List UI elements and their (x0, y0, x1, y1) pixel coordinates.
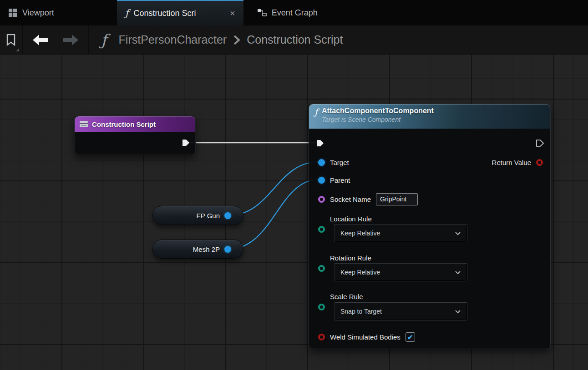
location-rule-dropdown[interactable]: Keep Relative (334, 224, 467, 242)
dropdown-value: Keep Relative (340, 269, 380, 276)
script-icon (79, 120, 88, 128)
nav-arrows (23, 34, 88, 46)
target-pin[interactable] (318, 159, 325, 166)
node-header: Construction Script (75, 116, 195, 132)
blueprint-editor-window: Viewport ƒ Construction Scri × Event Gra… (0, 0, 588, 370)
socket-name-pin[interactable] (318, 196, 325, 203)
graph-nav-bar: ƒ FirstPersonCharacter Construction Scri… (0, 25, 588, 55)
pin-label: Socket Name (330, 195, 371, 203)
tab-label: Event Graph (272, 8, 318, 18)
exec-out-pin[interactable] (182, 139, 190, 146)
rotation-rule-label: Rotation Rule (330, 252, 371, 263)
fp-gun-output-pin[interactable] (224, 212, 231, 219)
chevron-down-icon (455, 310, 461, 314)
node-title: AttachComponentToComponent (322, 107, 434, 115)
parent-pin-row: Parent (318, 174, 350, 186)
viewport-icon (8, 8, 17, 17)
node-attach-component-to-component[interactable]: ƒ AttachComponentToComponent Target is S… (309, 104, 551, 349)
location-rule-pin[interactable] (318, 226, 325, 233)
weld-checkbox[interactable]: ✔ (406, 332, 415, 342)
check-icon: ✔ (407, 334, 413, 340)
return-value-pin[interactable] (536, 159, 543, 166)
dropdown-value: Snap to Target (340, 308, 382, 315)
variable-label: Mesh 2P (193, 245, 220, 253)
function-icon: ƒ (101, 32, 107, 48)
dropdown-value: Keep Relative (340, 230, 380, 237)
wire-fpgun-to-target (228, 162, 319, 215)
pin-label: Return Value (492, 159, 531, 166)
scale-rule-label: Scale Rule (330, 291, 363, 302)
pin-label: Weld Simulated Bodies (330, 333, 400, 341)
exec-in-pin[interactable] (316, 140, 324, 147)
parent-pin[interactable] (318, 177, 325, 184)
location-rule-label: Location Rule (330, 213, 372, 224)
weld-row: Weld Simulated Bodies ✔ (318, 330, 415, 343)
tab-viewport[interactable]: Viewport (0, 0, 62, 25)
node-construction-script[interactable]: Construction Script (74, 116, 196, 155)
function-icon: ƒ (125, 9, 129, 18)
scale-rule-pin[interactable] (318, 304, 325, 310)
bookmark-corner-handle (16, 48, 19, 51)
graph-canvas[interactable]: Construction Script FP Gun Mesh 2P ƒ Att… (0, 55, 588, 370)
rotation-rule-pin[interactable] (318, 265, 325, 272)
node-var-fp-gun[interactable]: FP Gun (152, 206, 243, 225)
chevron-down-icon (455, 270, 461, 275)
back-button[interactable] (32, 34, 49, 46)
weld-simulated-bodies-pin[interactable] (318, 334, 325, 340)
pin-label: Target (330, 159, 349, 166)
tab-construction-script[interactable]: ƒ Construction Scri × (117, 0, 243, 25)
socket-name-input[interactable] (376, 193, 418, 205)
event-graph-icon (257, 8, 267, 17)
target-pin-row: Target (318, 156, 349, 169)
bookmark-icon (6, 34, 16, 46)
tab-label: Viewport (22, 8, 54, 18)
forward-button[interactable] (62, 34, 79, 46)
separator (88, 25, 89, 54)
chevron-right-icon (233, 35, 240, 45)
return-value-row: Return Value (492, 156, 543, 169)
tab-event-graph[interactable]: Event Graph (249, 0, 326, 25)
scale-rule-dropdown[interactable]: Snap to Target (334, 302, 467, 320)
variable-label: FP Gun (197, 212, 220, 220)
pin-label: Parent (330, 176, 350, 184)
close-tab-icon[interactable]: × (230, 9, 235, 18)
chevron-down-icon (455, 231, 461, 235)
mesh-2p-output-pin[interactable] (224, 246, 231, 253)
tab-label: Construction Scri (134, 9, 223, 18)
bookmark-button[interactable] (0, 25, 22, 54)
exec-out-pin[interactable] (536, 140, 544, 147)
function-icon: ƒ (314, 108, 318, 116)
node-var-mesh-2p[interactable]: Mesh 2P (152, 240, 243, 259)
editor-tab-bar: Viewport ƒ Construction Scri × Event Gra… (0, 0, 588, 25)
breadcrumb-current[interactable]: Construction Script (247, 33, 343, 46)
node-header: ƒ AttachComponentToComponent Target is S… (309, 104, 550, 129)
socket-name-row: Socket Name (318, 193, 418, 205)
rotation-rule-dropdown[interactable]: Keep Relative (334, 263, 467, 281)
breadcrumb-parent[interactable]: FirstPersonCharacter (119, 33, 227, 46)
node-title: Construction Script (92, 120, 156, 128)
node-subtitle: Target is Scene Component (322, 116, 434, 123)
node-header-text: AttachComponentToComponent Target is Sce… (322, 107, 434, 123)
